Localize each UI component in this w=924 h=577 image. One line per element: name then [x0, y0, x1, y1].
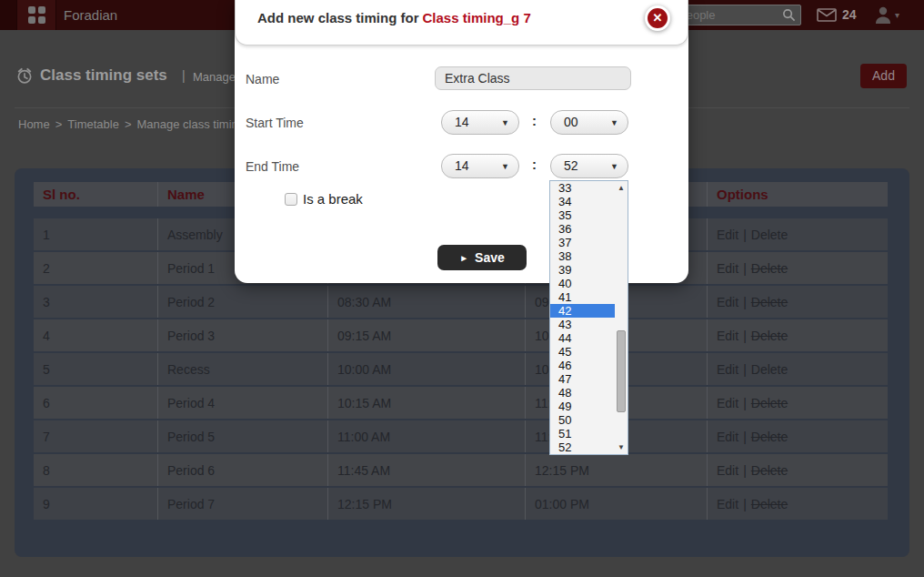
breadcrumb-item[interactable]: Home — [18, 117, 50, 131]
start-time-colon: : — [532, 113, 537, 128]
edit-link[interactable]: Edit — [717, 261, 738, 276]
end-time-colon: : — [532, 157, 537, 172]
minute-option[interactable]: 35 — [550, 208, 615, 222]
start-time-label: Start Time — [246, 116, 304, 130]
search-icon[interactable] — [782, 8, 796, 22]
breadcrumb-item: Manage class timings — [136, 117, 250, 131]
user-menu-button[interactable]: ▾ — [871, 0, 904, 30]
modal-title: Add new class timing forClass timing_g 7 — [257, 10, 531, 25]
save-button[interactable]: ►Save — [437, 245, 527, 270]
title-separator: | — [182, 68, 186, 83]
scroll-up-icon[interactable]: ▲ — [615, 184, 628, 192]
cell-start-time: 12:15 PM — [327, 488, 525, 520]
cell-options: Edit | Delete — [707, 420, 888, 452]
table-row: 3 Period 2 08:30 AM 09:15 AM Edit | Dele… — [34, 286, 888, 318]
name-field[interactable] — [435, 66, 631, 90]
end-minute-select[interactable]: 52 ▼ — [550, 154, 628, 178]
edit-link[interactable]: Edit — [717, 362, 738, 377]
edit-link[interactable]: Edit — [717, 430, 738, 444]
edit-link[interactable]: Edit — [717, 463, 738, 478]
cell-start-time: 11:45 AM — [327, 454, 525, 486]
minute-option[interactable]: 39 — [550, 263, 615, 277]
delete-link[interactable]: Delete — [751, 329, 788, 343]
cell-name: Period 7 — [157, 488, 327, 520]
cell-start-time: 10:00 AM — [327, 353, 525, 385]
delete-link[interactable]: Delete — [751, 463, 788, 478]
is-a-break-checkbox[interactable] — [285, 193, 297, 206]
end-hour-value: 14 — [455, 158, 469, 173]
minute-option[interactable]: 38 — [550, 249, 615, 263]
header-options: Options — [707, 182, 888, 207]
delete-link[interactable]: Delete — [751, 396, 788, 410]
cell-name: Period 3 — [157, 319, 327, 351]
minute-option[interactable]: 50 — [550, 413, 615, 427]
cell-name: Period 5 — [157, 420, 327, 452]
minute-option[interactable]: 43 — [550, 318, 615, 331]
unread-count-badge: 24 — [842, 0, 857, 30]
cell-sl-no: 2 — [34, 252, 157, 284]
minute-option[interactable]: 51 — [550, 427, 615, 440]
minute-option[interactable]: 37 — [550, 236, 615, 249]
minute-option[interactable]: 45 — [550, 345, 615, 359]
table-row: 7 Period 5 11:00 AM 11:45 AM Edit | Dele… — [34, 420, 888, 452]
start-minute-select[interactable]: 00 ▼ — [550, 110, 628, 135]
minute-options: 3334353637383940414243444546474849505152 — [550, 181, 615, 454]
delete-link[interactable]: Delete — [751, 497, 788, 511]
chevron-down-icon: ▾ — [895, 0, 899, 30]
minute-option[interactable]: 44 — [550, 331, 615, 345]
minute-option[interactable]: 42 — [550, 304, 615, 318]
apps-menu-button[interactable] — [16, 0, 56, 30]
edit-link[interactable]: Edit — [717, 228, 738, 242]
cell-sl-no: 7 — [34, 420, 157, 452]
options-separator: | — [743, 261, 747, 276]
minute-option[interactable]: 46 — [550, 359, 615, 372]
start-hour-select[interactable]: 14 ▼ — [441, 110, 519, 135]
edit-link[interactable]: Edit — [717, 295, 738, 309]
cell-start-time: 09:15 AM — [327, 319, 525, 351]
dropdown-scrollbar[interactable]: ▲ ▼ — [615, 181, 628, 454]
brand-logo[interactable]: Foradian — [64, 0, 117, 30]
scroll-down-icon[interactable]: ▼ — [615, 443, 628, 451]
scrollbar-thumb[interactable] — [617, 330, 626, 412]
minute-option[interactable]: 52 — [550, 440, 615, 454]
modal-header: Add new class timing forClass timing_g 7 — [235, 0, 688, 46]
minute-option[interactable]: 48 — [550, 386, 615, 400]
cell-start-time: 11:00 AM — [327, 420, 525, 452]
edit-link[interactable]: Edit — [717, 396, 738, 410]
cell-sl-no: 8 — [34, 454, 157, 486]
minute-option[interactable]: 40 — [550, 277, 615, 290]
options-separator: | — [743, 396, 747, 410]
delete-link[interactable]: Delete — [751, 362, 788, 377]
is-a-break-label: Is a break — [303, 191, 363, 207]
edit-link[interactable]: Edit — [717, 497, 738, 511]
edit-link[interactable]: Edit — [717, 329, 738, 343]
minute-option[interactable]: 49 — [550, 400, 615, 413]
delete-link[interactable]: Delete — [751, 430, 788, 444]
cell-options: Edit | Delete — [707, 454, 888, 486]
end-time-label: End Time — [246, 159, 299, 174]
cell-sl-no: 5 — [34, 353, 157, 385]
cell-sl-no: 3 — [34, 286, 157, 318]
minute-option[interactable]: 34 — [550, 195, 615, 208]
table-row: 8 Period 6 11:45 AM 12:15 PM Edit | Dele… — [34, 454, 888, 486]
delete-link[interactable]: Delete — [751, 261, 788, 276]
screen: Foradian 24 ▾ Class — [0, 0, 924, 577]
add-button[interactable]: Add — [860, 64, 907, 88]
minute-option[interactable]: 47 — [550, 372, 615, 386]
options-separator: | — [743, 228, 747, 242]
breadcrumb-separator: > — [55, 117, 63, 131]
close-icon[interactable]: ✕ — [645, 5, 670, 31]
header-sl-no: Sl no. — [34, 182, 157, 207]
table-row: 9 Period 7 12:15 PM 01:00 PM Edit | Dele… — [34, 488, 888, 520]
cell-sl-no: 1 — [34, 218, 157, 250]
breadcrumb-item[interactable]: Timetable — [67, 117, 119, 131]
end-hour-select[interactable]: 14 ▼ — [441, 154, 519, 178]
options-separator: | — [743, 329, 747, 343]
mail-icon — [817, 8, 837, 22]
minute-option[interactable]: 41 — [550, 290, 615, 304]
delete-link[interactable]: Delete — [751, 295, 788, 309]
minute-option[interactable]: 36 — [550, 222, 615, 236]
breadcrumb: Home>Timetable>Manage class timings — [18, 117, 250, 131]
minute-option[interactable]: 33 — [550, 181, 615, 195]
delete-link[interactable]: Delete — [751, 228, 788, 242]
